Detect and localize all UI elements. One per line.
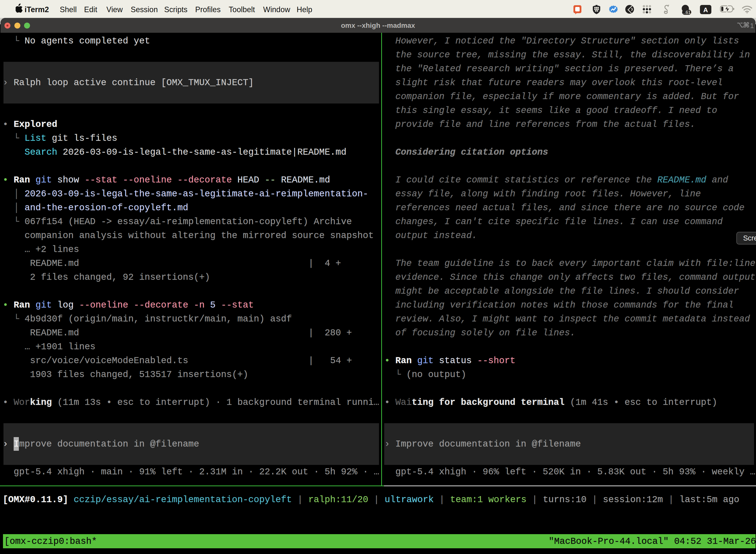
svg-text:1: 1 [750, 22, 754, 30]
svg-text:A: A [703, 6, 708, 14]
svg-text:..61: ..61 [683, 10, 691, 15]
